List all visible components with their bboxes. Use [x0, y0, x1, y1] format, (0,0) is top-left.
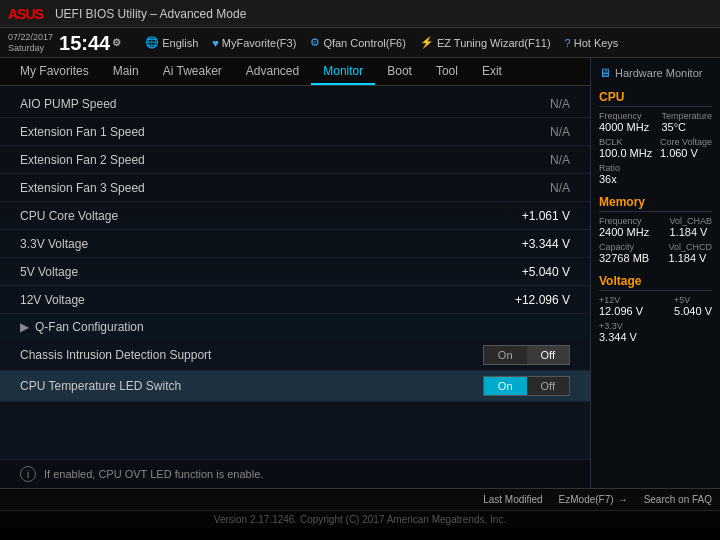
- hw-v12-val: 12.096 V: [599, 305, 643, 317]
- time-display: 15:44 ⚙: [59, 33, 121, 53]
- hw-ratio-row: Ratio 36x: [599, 163, 712, 185]
- last-modified-btn[interactable]: Last Modified: [483, 494, 542, 505]
- search-faq-btn[interactable]: Search on FAQ: [644, 494, 712, 505]
- hw-cpu-freq-label: Frequency: [599, 111, 649, 121]
- content-area: My Favorites Main Ai Tweaker Advanced Mo…: [0, 58, 590, 488]
- hw-cpu-freq-col: Frequency 4000 MHz: [599, 111, 649, 133]
- monitor-label-fan1: Extension Fan 1 Speed: [20, 125, 490, 139]
- my-favorite-btn[interactable]: ♥ MyFavorite(F3): [212, 36, 296, 49]
- tab-monitor[interactable]: Monitor: [311, 58, 375, 85]
- tab-tool[interactable]: Tool: [424, 58, 470, 85]
- nav-tabs: My Favorites Main Ai Tweaker Advanced Mo…: [0, 58, 590, 86]
- monitor-value-12v: +12.096 V: [490, 293, 570, 307]
- hw-cpu-section: CPU Frequency 4000 MHz Temperature 35°C …: [599, 90, 712, 189]
- asus-logo: ASUS: [8, 6, 43, 22]
- monitor-value-33v: +3.344 V: [490, 237, 570, 251]
- hw-v5-col: +5V 5.040 V: [674, 295, 712, 317]
- cpu-led-on-btn[interactable]: On: [484, 377, 527, 395]
- hw-bclk-label: BCLK: [599, 137, 652, 147]
- hw-memory-section: Memory Frequency 2400 MHz Vol_CHAB 1.184…: [599, 195, 712, 268]
- hw-cpu-freq-val: 4000 MHz: [599, 121, 649, 133]
- monitor-row-fan3: Extension Fan 3 Speed N/A: [0, 174, 590, 202]
- hw-voltage-section: Voltage +12V 12.096 V +5V 5.040 V +3.3V …: [599, 274, 712, 347]
- hw-monitor-panel: 🖥 Hardware Monitor CPU Frequency 4000 MH…: [590, 58, 720, 488]
- ez-tuning-btn[interactable]: ⚡ EZ Tuning Wizard(F11): [420, 36, 551, 49]
- hw-vol-chab-col: Vol_CHAB 1.184 V: [669, 216, 712, 238]
- chassis-toggle[interactable]: On Off: [483, 345, 570, 365]
- hw-v33-label: +3.3V: [599, 321, 712, 331]
- monitor-value-cpu-core-voltage: +1.061 V: [490, 209, 570, 223]
- hw-voltage-title: Voltage: [599, 274, 712, 291]
- qfan-section-header[interactable]: ▶ Q-Fan Configuration: [0, 314, 590, 340]
- hw-ratio-label: Ratio: [599, 163, 712, 173]
- hw-v12-label: +12V: [599, 295, 643, 305]
- monitor-list: AIO PUMP Speed N/A Extension Fan 1 Speed…: [0, 86, 590, 459]
- hw-cpu-freq-temp-row: Frequency 4000 MHz Temperature 35°C: [599, 111, 712, 133]
- hw-core-voltage-label: Core Voltage: [660, 137, 712, 147]
- hw-mem-cap-row: Capacity 32768 MB Vol_CHCD 1.184 V: [599, 242, 712, 264]
- qfan-icon: ⚙: [310, 36, 320, 49]
- status-bar: Last Modified EzMode(F7) → Search on FAQ: [0, 488, 720, 510]
- chassis-off-btn[interactable]: Off: [527, 346, 569, 364]
- monitor-label-cpu-led: CPU Temperature LED Switch: [20, 379, 483, 393]
- monitor-row-cpu-core-voltage: CPU Core Voltage +1.061 V: [0, 202, 590, 230]
- monitor-row-cpu-led: CPU Temperature LED Switch On Off: [0, 371, 590, 402]
- monitor-label-5v: 5V Voltage: [20, 265, 490, 279]
- hw-bclk-val: 100.0 MHz: [599, 147, 652, 159]
- qfan-arrow-icon: ▶: [20, 320, 29, 334]
- favorite-icon: ♥: [212, 37, 219, 49]
- monitor-row-12v: 12V Voltage +12.096 V: [0, 286, 590, 314]
- monitor-value-5v: +5.040 V: [490, 265, 570, 279]
- hw-v33-row: +3.3V 3.344 V: [599, 321, 712, 343]
- ez-mode-btn[interactable]: EzMode(F7) →: [559, 494, 628, 505]
- hw-monitor-icon: 🖥: [599, 66, 611, 80]
- hw-vol-chab-val: 1.184 V: [669, 226, 712, 238]
- info-bar: i If enabled, CPU OVT LED function is en…: [0, 459, 590, 488]
- language-selector[interactable]: 🌐 English: [145, 36, 198, 49]
- hw-mem-freq-val: 2400 MHz: [599, 226, 649, 238]
- monitor-label-12v: 12V Voltage: [20, 293, 490, 307]
- tab-exit[interactable]: Exit: [470, 58, 514, 85]
- tab-main[interactable]: Main: [101, 58, 151, 85]
- hw-vol-chcd-val: 1.184 V: [668, 252, 712, 264]
- hw-core-voltage-col: Core Voltage 1.060 V: [660, 137, 712, 159]
- hw-capacity-val: 32768 MB: [599, 252, 649, 264]
- qfan-label: Q-Fan Configuration: [35, 320, 144, 334]
- hw-v12-v5-row: +12V 12.096 V +5V 5.040 V: [599, 295, 712, 317]
- monitor-row-aio-pump: AIO PUMP Speed N/A: [0, 90, 590, 118]
- monitor-label-chassis: Chassis Intrusion Detection Support: [20, 348, 483, 362]
- hw-capacity-label: Capacity: [599, 242, 649, 252]
- hw-cpu-temp-label: Temperature: [661, 111, 712, 121]
- tab-my-favorites[interactable]: My Favorites: [8, 58, 101, 85]
- tab-boot[interactable]: Boot: [375, 58, 424, 85]
- hw-vol-chcd-col: Vol_CHCD 1.184 V: [668, 242, 712, 264]
- second-bar: 07/22/2017 Saturday 15:44 ⚙ 🌐 English ♥ …: [0, 28, 720, 58]
- hw-vol-chab-label: Vol_CHAB: [669, 216, 712, 226]
- hw-memory-title: Memory: [599, 195, 712, 212]
- hw-v5-val: 5.040 V: [674, 305, 712, 317]
- settings-gear-icon[interactable]: ⚙: [112, 38, 121, 48]
- monitor-row-33v: 3.3V Voltage +3.344 V: [0, 230, 590, 258]
- hotkeys-icon: ?: [565, 37, 571, 49]
- hw-cpu-bclk-voltage-row: BCLK 100.0 MHz Core Voltage 1.060 V: [599, 137, 712, 159]
- info-icon: i: [20, 466, 36, 482]
- hot-keys-btn[interactable]: ? Hot Keys: [565, 36, 619, 49]
- cpu-led-toggle[interactable]: On Off: [483, 376, 570, 396]
- date-display: 07/22/2017 Saturday: [8, 32, 53, 54]
- cpu-led-off-btn[interactable]: Off: [527, 377, 569, 395]
- hw-capacity-col: Capacity 32768 MB: [599, 242, 649, 264]
- tab-ai-tweaker[interactable]: Ai Tweaker: [151, 58, 234, 85]
- tab-advanced[interactable]: Advanced: [234, 58, 311, 85]
- monitor-label-aio-pump: AIO PUMP Speed: [20, 97, 490, 111]
- hw-mem-freq-label: Frequency: [599, 216, 649, 226]
- monitor-row-fan1: Extension Fan 1 Speed N/A: [0, 118, 590, 146]
- hw-v12-col: +12V 12.096 V: [599, 295, 643, 317]
- hw-v33-val: 3.344 V: [599, 331, 712, 343]
- monitor-value-fan2: N/A: [490, 153, 570, 167]
- main-container: My Favorites Main Ai Tweaker Advanced Mo…: [0, 58, 720, 488]
- chassis-on-btn[interactable]: On: [484, 346, 527, 364]
- bios-title: UEFI BIOS Utility – Advanced Mode: [55, 7, 246, 21]
- monitor-value-aio-pump: N/A: [490, 97, 570, 111]
- qfan-control-btn[interactable]: ⚙ Qfan Control(F6): [310, 36, 406, 49]
- hw-cpu-temp-col: Temperature 35°C: [661, 111, 712, 133]
